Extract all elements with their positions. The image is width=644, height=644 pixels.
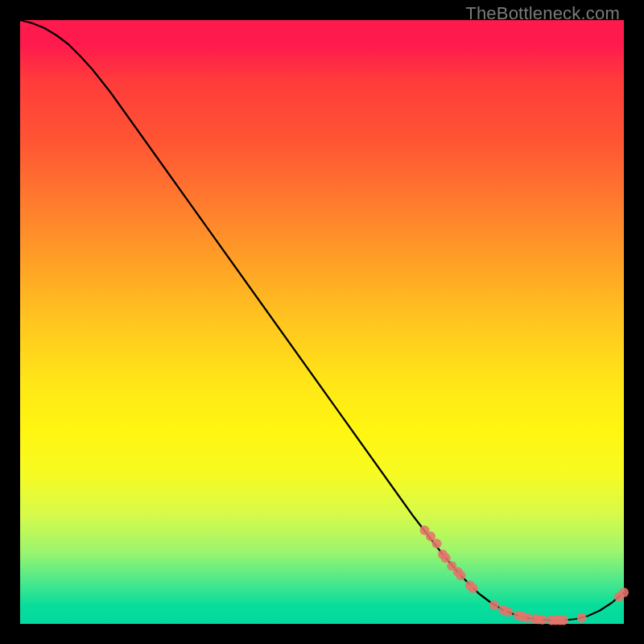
- markers-group: [420, 526, 630, 625]
- data-marker: [559, 616, 568, 625]
- data-marker: [538, 615, 547, 625]
- curve-line: [20, 20, 624, 621]
- data-marker: [456, 571, 466, 580]
- data-marker: [469, 584, 478, 593]
- data-marker: [577, 613, 587, 623]
- data-marker: [619, 588, 629, 597]
- chart-svg: [20, 20, 624, 624]
- plot-area: [20, 20, 624, 624]
- data-marker: [441, 553, 451, 563]
- data-marker: [503, 607, 513, 617]
- data-marker: [489, 601, 499, 610]
- data-marker: [432, 539, 442, 548]
- chart-frame: TheBottleneck.com: [0, 0, 644, 644]
